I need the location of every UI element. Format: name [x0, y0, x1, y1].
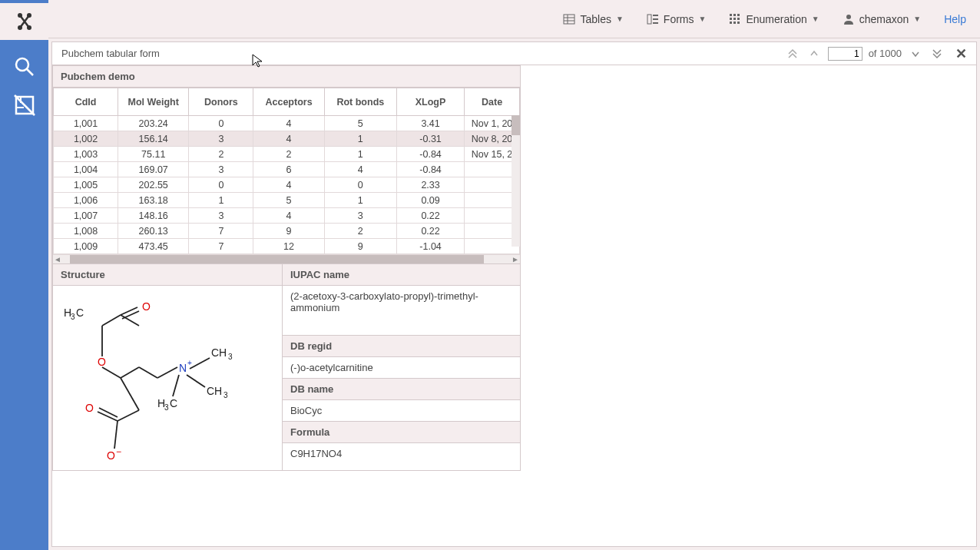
- cell[interactable]: 473.45: [118, 239, 189, 254]
- cell[interactable]: 0: [324, 177, 396, 193]
- cell[interactable]: 169.07: [118, 162, 189, 177]
- horizontal-scrollbar[interactable]: ◄ ►: [53, 254, 520, 263]
- cell[interactable]: 156.14: [118, 131, 189, 147]
- cell[interactable]: 2.33: [396, 177, 464, 193]
- search-icon[interactable]: [13, 55, 36, 78]
- properties-panel: IUPAC name (2-acetoxy-3-carboxylato-prop…: [283, 264, 521, 471]
- pager: of 1000 ✕: [785, 45, 967, 62]
- cell[interactable]: -0.31: [396, 131, 464, 147]
- cell[interactable]: 0: [189, 177, 253, 193]
- cell[interactable]: -0.84: [396, 162, 464, 177]
- cell[interactable]: 75.11: [118, 147, 189, 162]
- molecule-structure[interactable]: H3C O O N+ CH3 CH3 H3C O O−: [53, 286, 282, 470]
- tables-menu[interactable]: Tables ▼: [563, 13, 623, 25]
- column-header[interactable]: Date: [465, 88, 520, 116]
- cell[interactable]: 9: [324, 239, 396, 254]
- help-link[interactable]: Help: [944, 13, 966, 25]
- column-header[interactable]: CdId: [54, 88, 118, 116]
- cell[interactable]: 3: [189, 131, 253, 147]
- cell[interactable]: 2: [324, 224, 396, 239]
- cell[interactable]: 0.22: [396, 224, 464, 239]
- page-first-icon[interactable]: [785, 48, 800, 59]
- cell[interactable]: 202.55: [118, 177, 189, 193]
- cell[interactable]: 1,006: [54, 193, 118, 208]
- scroll-left-icon[interactable]: ◄: [53, 255, 62, 263]
- table-panel: Pubchem demo CdIdMol WeightDonorsAccepto…: [52, 65, 521, 264]
- cell[interactable]: 148.16: [118, 208, 189, 224]
- cell[interactable]: 260.13: [118, 224, 189, 239]
- cell[interactable]: 5: [253, 193, 324, 208]
- cell[interactable]: 3.41: [396, 116, 464, 131]
- cell[interactable]: 4: [253, 208, 324, 224]
- cell[interactable]: 1: [324, 147, 396, 162]
- vertical-scrollbar[interactable]: [512, 115, 520, 247]
- cell[interactable]: 1,001: [54, 116, 118, 131]
- scroll-right-icon[interactable]: ►: [511, 255, 520, 263]
- cell[interactable]: 1,008: [54, 224, 118, 239]
- svg-text:CH: CH: [211, 346, 227, 359]
- form-title: Pubchem tabular form: [61, 48, 160, 59]
- cell[interactable]: 4: [324, 162, 396, 177]
- table-row[interactable]: 1,007148.163430.22: [54, 208, 520, 224]
- cell[interactable]: 1,002: [54, 131, 118, 147]
- table-row[interactable]: 1,008260.137920.22: [54, 224, 520, 239]
- column-header[interactable]: Mol Weight: [118, 88, 189, 116]
- svg-line-41: [118, 410, 139, 421]
- cell[interactable]: 1: [324, 131, 396, 147]
- column-header[interactable]: Donors: [189, 88, 253, 116]
- cell[interactable]: 0: [189, 116, 253, 131]
- cell[interactable]: 4: [253, 177, 324, 193]
- cell[interactable]: 2: [189, 147, 253, 162]
- cell[interactable]: 1,003: [54, 147, 118, 162]
- dashboard-icon[interactable]: [13, 94, 36, 117]
- cell[interactable]: 0.22: [396, 208, 464, 224]
- cell[interactable]: -1.04: [396, 239, 464, 254]
- caret-down-icon: ▼: [699, 15, 707, 23]
- cell[interactable]: 12: [253, 239, 324, 254]
- table-row[interactable]: 1,004169.07364-0.84: [54, 162, 520, 177]
- cell[interactable]: 1,007: [54, 208, 118, 224]
- cell[interactable]: 6: [253, 162, 324, 177]
- page-last-icon[interactable]: [929, 48, 945, 59]
- page-next-icon[interactable]: [908, 48, 923, 59]
- cell[interactable]: 3: [324, 208, 396, 224]
- cell[interactable]: 1,004: [54, 162, 118, 177]
- user-menu[interactable]: chemaxon ▼: [843, 13, 922, 25]
- topbar: Tables ▼ Forms ▼ Enumeration ▼ chemaxon …: [48, 0, 980, 38]
- page-prev-icon[interactable]: [806, 48, 822, 59]
- cell[interactable]: 7: [189, 239, 253, 254]
- svg-text:O: O: [98, 356, 106, 368]
- cell[interactable]: 1,005: [54, 177, 118, 193]
- table-row[interactable]: 1,009473.457129-1.04: [54, 239, 520, 254]
- data-grid[interactable]: CdIdMol WeightDonorsAcceptorsRot bondsXL…: [53, 88, 520, 254]
- table-row[interactable]: 1,00375.11221-0.84Nov 15, 2: [54, 147, 520, 162]
- cell[interactable]: 0.09: [396, 193, 464, 208]
- table-row[interactable]: 1,002156.14341-0.31Nov 8, 20: [54, 131, 520, 147]
- cell[interactable]: 3: [189, 208, 253, 224]
- cell[interactable]: 1: [324, 193, 396, 208]
- table-row[interactable]: 1,006163.181510.09: [54, 193, 520, 208]
- cell[interactable]: 7: [189, 224, 253, 239]
- cell[interactable]: 9: [253, 224, 324, 239]
- column-header[interactable]: XLogP: [396, 88, 464, 116]
- table-row[interactable]: 1,005202.550402.33: [54, 177, 520, 193]
- enumeration-menu[interactable]: Enumeration ▼: [729, 13, 819, 25]
- cell[interactable]: 2: [253, 147, 324, 162]
- cell[interactable]: 5: [324, 116, 396, 131]
- cell[interactable]: 163.18: [118, 193, 189, 208]
- forms-menu[interactable]: Forms ▼: [647, 13, 707, 25]
- cell[interactable]: 3: [189, 162, 253, 177]
- page-input[interactable]: [828, 47, 862, 61]
- column-header[interactable]: Rot bonds: [324, 88, 396, 116]
- cell[interactable]: 1: [189, 193, 253, 208]
- svg-rect-21: [730, 18, 732, 20]
- cell[interactable]: 203.24: [118, 116, 189, 131]
- cell[interactable]: -0.84: [396, 147, 464, 162]
- cell[interactable]: 4: [253, 116, 324, 131]
- cell[interactable]: 1,009: [54, 239, 118, 254]
- column-header[interactable]: Acceptors: [253, 88, 324, 116]
- close-icon[interactable]: ✕: [955, 45, 967, 62]
- cell[interactable]: 4: [253, 131, 324, 147]
- svg-line-40: [121, 378, 139, 410]
- table-row[interactable]: 1,001203.240453.41Nov 1, 20: [54, 116, 520, 131]
